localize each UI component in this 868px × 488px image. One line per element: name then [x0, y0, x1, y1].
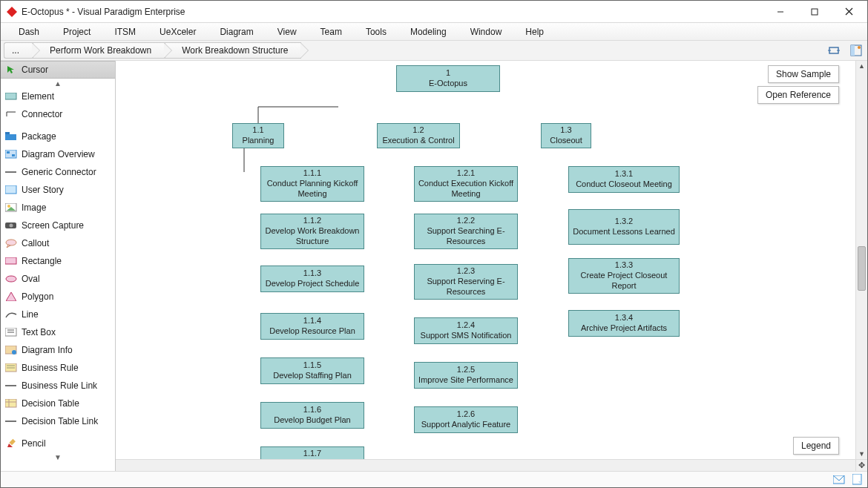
scroll-down-icon[interactable]: ▼	[857, 449, 867, 459]
wbs-p7[interactable]: 1.1.7	[260, 446, 364, 459]
menu-window[interactable]: Window	[458, 24, 514, 39]
element-icon	[5, 91, 17, 102]
breadcrumb-work-breakdown[interactable]: Perform Work Breakdown	[33, 42, 165, 59]
close-button[interactable]	[832, 1, 866, 22]
palette-package-label: Package	[22, 131, 56, 142]
palette-oval-label: Oval	[22, 274, 40, 284]
palette-diagram-overview[interactable]: Diagram Overview	[1, 145, 115, 163]
wbs-e4[interactable]: 1.2.4Support SMS Notification	[414, 317, 518, 344]
tool-palette: Cursor ▲ Element Connector Package Diagr…	[1, 61, 116, 471]
menu-team[interactable]: Team	[309, 24, 354, 39]
palette-user-story[interactable]: User Story	[1, 181, 115, 199]
wbs-execution[interactable]: 1.2 Execution & Control	[377, 123, 460, 148]
palette-generic-connector[interactable]: Generic Connector	[1, 163, 115, 181]
wbs-p6[interactable]: 1.1.6Develop Budget Plan	[260, 402, 364, 429]
wbs-c1[interactable]: 1.3.1Conduct Closeout Meeting	[568, 166, 680, 193]
svg-rect-39	[5, 399, 16, 407]
palette-decision-table[interactable]: Decision Table	[1, 395, 115, 412]
menu-project[interactable]: Project	[51, 24, 102, 39]
palette-cursor[interactable]: Cursor	[1, 61, 115, 79]
palette-pencil[interactable]: Pencil	[1, 435, 115, 452]
palette-connector[interactable]: Connector	[1, 105, 115, 123]
menu-diagram[interactable]: Diagram	[208, 24, 265, 39]
minimize-button[interactable]	[763, 1, 798, 22]
palette-image-label: Image	[22, 202, 46, 213]
menu-itsm[interactable]: ITSM	[102, 24, 148, 39]
wbs-c2[interactable]: 1.3.2Document Lessons Learned	[568, 209, 680, 245]
maximize-button[interactable]	[798, 1, 832, 22]
svg-rect-27	[5, 257, 16, 264]
svg-marker-11	[7, 66, 14, 73]
palette-line-label: Line	[22, 309, 39, 320]
breadcrumb-wbs[interactable]: Work Breakdown Structure	[165, 42, 301, 59]
toolbar-panel-icon[interactable]	[848, 42, 864, 59]
menu-view[interactable]: View	[266, 24, 309, 39]
menu-bar: Dash Project ITSM UeXceler Diagram View …	[1, 23, 867, 41]
palette-image[interactable]: Image	[1, 199, 115, 217]
menu-uexceler[interactable]: UeXceler	[148, 24, 208, 39]
package-icon	[5, 131, 17, 142]
palette-polygon-label: Polygon	[22, 291, 53, 302]
diagram-canvas[interactable]: 1 E-Octopus 1.1 Planning 1.2 Execution &…	[116, 61, 855, 459]
svg-point-24	[10, 224, 13, 228]
move-handle-icon[interactable]: ✥	[855, 459, 867, 471]
palette-diagram-info[interactable]: Diagram Info	[1, 341, 115, 359]
legend-button[interactable]: Legend	[793, 437, 839, 455]
wbs-c4[interactable]: 1.3.4Archive Project Artifacts	[568, 310, 680, 337]
wbs-e6[interactable]: 1.2.6Support Analytic Feature	[414, 406, 518, 433]
scroll-thumb[interactable]	[858, 246, 866, 291]
breadcrumb-root[interactable]: ...	[4, 42, 33, 59]
palette-text-box[interactable]: Text Box	[1, 323, 115, 341]
wbs-closeout-label: Closeout	[550, 136, 582, 146]
horizontal-scrollbar[interactable]	[116, 459, 855, 471]
vertical-scrollbar[interactable]: ▲ ▼	[855, 61, 867, 459]
palette-oval[interactable]: Oval	[1, 270, 115, 288]
svg-point-34	[12, 350, 16, 355]
palette-callout[interactable]: Callout	[1, 234, 115, 252]
note-icon[interactable]	[851, 474, 863, 486]
palette-rectangle[interactable]: Rectangle	[1, 252, 115, 270]
show-sample-button[interactable]: Show Sample	[768, 65, 839, 83]
wbs-planning[interactable]: 1.1 Planning	[232, 123, 284, 148]
wbs-execution-label: Execution & Control	[382, 136, 454, 146]
scroll-up-icon[interactable]: ▲	[857, 61, 867, 71]
wbs-e1[interactable]: 1.2.1Conduct Execution Kickoff Meeting	[414, 166, 518, 202]
breadcrumb-root-label: ...	[12, 45, 19, 56]
palette-business-rule-link[interactable]: Business Rule Link	[1, 377, 115, 395]
toolbar-fit-icon[interactable]	[826, 42, 842, 59]
palette-decision-table-link-label: Decision Table Link	[22, 416, 98, 426]
breadcrumb-second-label: Perform Work Breakdown	[50, 45, 151, 56]
palette-decision-table-link[interactable]: Decision Table Link	[1, 412, 115, 430]
menu-help[interactable]: Help	[513, 24, 556, 39]
wbs-e5[interactable]: 1.2.5Improve Site Performance	[414, 362, 518, 389]
palette-screen-capture[interactable]: Screen Capture	[1, 217, 115, 234]
menu-tools[interactable]: Tools	[354, 24, 398, 39]
menu-modeling[interactable]: Modeling	[398, 24, 458, 39]
wbs-p3[interactable]: 1.1.3Develop Project Schedule	[260, 266, 364, 292]
wbs-root[interactable]: 1 E-Octopus	[396, 65, 500, 92]
palette-scroll-down[interactable]: ▼	[1, 452, 115, 461]
palette-package[interactable]: Package	[1, 128, 115, 145]
wbs-closeout[interactable]: 1.3 Closeout	[541, 123, 591, 148]
screen-capture-icon	[5, 220, 17, 231]
open-reference-button[interactable]: Open Reference	[757, 86, 839, 104]
palette-pencil-label: Pencil	[22, 438, 46, 449]
palette-decision-table-label: Decision Table	[22, 398, 79, 409]
menu-dash[interactable]: Dash	[7, 24, 51, 39]
palette-business-rule[interactable]: Business Rule	[1, 359, 115, 377]
palette-callout-label: Callout	[22, 238, 49, 248]
app-window: E-Octopus * - Visual Paradigm Enterprise…	[0, 0, 868, 488]
palette-scroll-up[interactable]: ▲	[1, 79, 115, 88]
wbs-e2[interactable]: 1.2.2Support Searching E-Resources	[414, 214, 518, 249]
svg-point-21	[7, 205, 10, 208]
wbs-p5[interactable]: 1.1.5Develop Staffing Plan	[260, 357, 364, 384]
palette-element[interactable]: Element	[1, 88, 115, 105]
wbs-p2[interactable]: 1.1.2Develop Work Breakdown Structure	[260, 214, 364, 249]
wbs-e3[interactable]: 1.2.3Support Reserving E-Resources	[414, 264, 518, 300]
wbs-c3[interactable]: 1.3.3Create Project Closeout Report	[568, 258, 680, 294]
mail-icon[interactable]	[833, 474, 845, 486]
wbs-p4[interactable]: 1.1.4Develop Resource Plan	[260, 313, 364, 340]
palette-line[interactable]: Line	[1, 306, 115, 323]
palette-polygon[interactable]: Polygon	[1, 288, 115, 306]
wbs-p1[interactable]: 1.1.1Conduct Planning Kickoff Meeting	[260, 166, 364, 202]
